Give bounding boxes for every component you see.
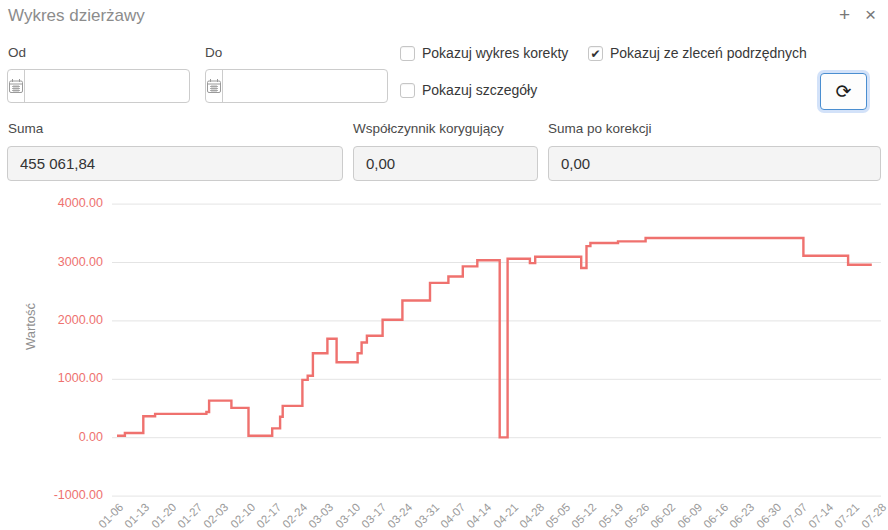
checkbox-label: Pokazuj szczegóły [422, 82, 537, 98]
checkbox-show-correction-chart: Pokazuj wykres korekty [400, 45, 568, 61]
checkbox-show-details: Pokazuj szczegóły [400, 82, 537, 98]
checkbox-checked[interactable]: ✔ [588, 46, 603, 61]
refresh-button[interactable]: ⟳ [820, 73, 867, 110]
checkbox-label: Pokazuj wykres korekty [422, 45, 568, 61]
correction-factor-label: Współczynnik korygujący [353, 121, 504, 136]
lease-chart: Wartość 4000.003000.002000.001000.000.00… [0, 195, 888, 530]
calendar-icon[interactable] [8, 70, 25, 102]
close-icon[interactable]: × [865, 4, 876, 26]
from-date-group [7, 69, 190, 103]
y-tick-label: 0.00 [23, 430, 103, 444]
from-date-label: Od [8, 45, 26, 60]
maximize-icon[interactable]: + [839, 4, 850, 26]
sum-after-correction-input[interactable] [548, 146, 881, 181]
sum-after-correction-label: Suma po korekcji [548, 121, 652, 136]
correction-factor-input[interactable] [353, 146, 538, 181]
checkbox-show-from-subtasks: ✔ Pokazuj ze zleceń podrzędnych [588, 45, 807, 61]
to-date-label: Do [205, 45, 222, 60]
y-tick-label: 4000.00 [23, 196, 103, 210]
to-date-group [205, 69, 388, 103]
checkbox[interactable] [400, 46, 415, 61]
page-title: Wykres dzierżawy [8, 6, 145, 26]
chart-gridlines [112, 204, 881, 496]
chart-line [117, 238, 872, 437]
y-tick-label: 3000.00 [23, 255, 103, 269]
chart-canvas [0, 195, 888, 530]
y-tick-label: 1000.00 [23, 371, 103, 385]
calendar-icon[interactable] [206, 70, 223, 102]
sum-input[interactable] [7, 146, 343, 181]
y-tick-label: 2000.00 [23, 313, 103, 327]
checkbox[interactable] [400, 83, 415, 98]
y-tick-label: -1000.00 [23, 488, 103, 502]
refresh-icon: ⟳ [836, 80, 852, 103]
checkbox-label: Pokazuj ze zleceń podrzędnych [610, 45, 807, 61]
sum-label: Suma [8, 121, 43, 136]
lease-chart-panel: Wykres dzierżawy + × Od Do [0, 0, 888, 530]
